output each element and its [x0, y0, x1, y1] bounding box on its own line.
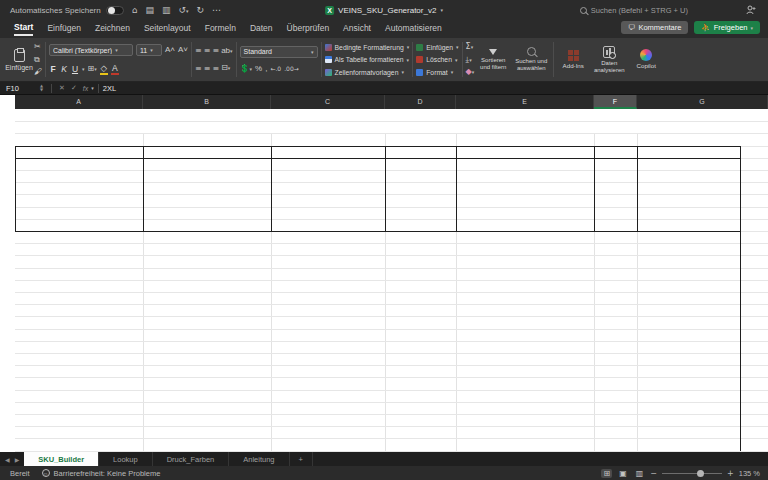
tab-daten[interactable]: Daten: [250, 23, 273, 35]
orientation-icon[interactable]: ab▾: [221, 47, 232, 55]
document-title[interactable]: X VEINS_SKU_Generator_v2 ▾: [325, 6, 443, 15]
redo-icon[interactable]: ↻: [197, 6, 205, 15]
sheet-tab-anleitung[interactable]: Anleitung: [229, 452, 289, 466]
fill-color-icon[interactable]: ◇: [100, 63, 108, 75]
sheet-tab-lookup[interactable]: Lookup: [99, 452, 153, 466]
align-right-icon[interactable]: ≡: [212, 64, 218, 73]
column-header-c[interactable]: C: [271, 95, 385, 109]
accounting-format-icon[interactable]: 💲▾: [240, 65, 253, 73]
gridline: [15, 219, 768, 220]
normal-view-icon[interactable]: ⊞: [601, 469, 612, 478]
cancel-icon[interactable]: ✕: [59, 84, 65, 92]
next-sheet-icon[interactable]: ▶: [15, 452, 25, 466]
font-color-icon[interactable]: A: [111, 63, 119, 75]
merge-center-icon[interactable]: ⊟▾: [221, 64, 230, 72]
increase-font-icon[interactable]: A˄: [165, 46, 175, 54]
zoom-slider[interactable]: [662, 473, 722, 474]
share-button[interactable]: ⛹ Freigeben ▾: [694, 21, 760, 34]
tab-ansicht[interactable]: Ansicht: [343, 23, 371, 35]
clear-icon[interactable]: ◆▾: [466, 68, 475, 76]
number-format-select[interactable]: Standard ▾: [240, 46, 318, 58]
align-center-icon[interactable]: ≡: [204, 64, 210, 73]
share-icon[interactable]: [746, 5, 756, 15]
save-icon[interactable]: ▤: [145, 6, 154, 15]
italic-button[interactable]: K: [60, 64, 68, 74]
underline-button[interactable]: U: [71, 64, 79, 74]
copy-icon[interactable]: ⧉: [34, 56, 42, 64]
increase-decimal-icon[interactable]: ←.0: [270, 66, 281, 72]
chevron-down-icon: ▾: [150, 47, 153, 53]
fx-icon[interactable]: fx: [83, 85, 88, 92]
zoom-level[interactable]: 135 %: [739, 469, 760, 478]
tab-ueberpruefen[interactable]: Überprüfen: [287, 23, 330, 35]
column-header-b[interactable]: B: [143, 95, 271, 109]
add-sheet-button[interactable]: +: [290, 452, 313, 466]
undo-icon[interactable]: ↺▾: [178, 6, 188, 15]
page-layout-view-icon[interactable]: ▣: [617, 469, 629, 478]
column-header-e[interactable]: E: [456, 95, 594, 109]
table-border: [15, 231, 740, 232]
home-icon[interactable]: ⌂: [132, 6, 138, 15]
column-header-g[interactable]: G: [637, 95, 768, 109]
name-box[interactable]: F10: [0, 84, 40, 93]
accessibility-status[interactable]: Barrierefreiheit: Keine Probleme: [54, 469, 161, 478]
fill-icon[interactable]: ⤓▾: [466, 56, 475, 64]
zoom-slider-handle[interactable]: [697, 470, 704, 477]
find-select-button[interactable]: Suchen und auswählen: [512, 38, 550, 81]
tab-automatisieren[interactable]: Automatisieren: [385, 23, 442, 35]
format-cells-button[interactable]: Format ▾: [416, 69, 458, 76]
column-header-a[interactable]: A: [15, 95, 143, 109]
align-bottom-icon[interactable]: ≡: [212, 46, 218, 55]
page-break-view-icon[interactable]: ▥: [634, 469, 646, 478]
align-middle-icon[interactable]: ≡: [204, 46, 210, 55]
analyze-data-button[interactable]: Daten analysieren: [589, 38, 629, 81]
percent-icon[interactable]: %: [255, 65, 262, 73]
tab-einfuegen[interactable]: Einfügen: [47, 23, 81, 35]
comma-icon[interactable]: ,: [265, 65, 267, 73]
font-name-select[interactable]: Calibri (Textkörper) ▾: [49, 44, 133, 56]
cut-icon[interactable]: ✂: [34, 43, 42, 51]
sheet-tab-druck-farben[interactable]: Druck_Farben: [153, 452, 230, 466]
align-left-icon[interactable]: ≡: [195, 64, 201, 73]
align-top-icon[interactable]: ≡: [195, 46, 201, 55]
decrease-decimal-icon[interactable]: .00→: [284, 66, 299, 72]
tab-formeln[interactable]: Formeln: [205, 23, 236, 35]
prev-sheet-icon[interactable]: ◀: [0, 452, 15, 466]
name-box-stepper[interactable]: ▲▼: [40, 84, 43, 92]
share-person-icon: ⛹: [701, 23, 710, 32]
cell-styles-button[interactable]: Zellenformatvorlagen ▾: [325, 69, 410, 76]
font-size-select[interactable]: 11 ▾: [136, 44, 162, 56]
more-icon[interactable]: ⋯: [212, 6, 221, 15]
conditional-formatting-button[interactable]: Bedingte Formatierung ▾: [325, 44, 410, 51]
toggle-knob: [108, 7, 115, 14]
tab-start[interactable]: Start: [14, 22, 33, 36]
comments-button[interactable]: 🗩 Kommentare: [621, 21, 688, 34]
gridline: [15, 426, 768, 427]
format-painter-icon[interactable]: 🖌: [34, 68, 42, 76]
borders-icon[interactable]: ⊞▾: [88, 65, 97, 73]
insert-cells-button[interactable]: Einfügen ▾: [416, 44, 458, 51]
bold-button[interactable]: F: [49, 64, 57, 74]
save-as-icon[interactable]: ▥: [162, 6, 171, 15]
tab-zeichnen[interactable]: Zeichnen: [95, 23, 130, 35]
formula-input[interactable]: 2XL: [103, 84, 116, 93]
enter-icon[interactable]: ✓: [71, 84, 77, 92]
spreadsheet-grid[interactable]: ABCDEFG: [0, 95, 768, 452]
zoom-in-icon[interactable]: +: [727, 469, 734, 478]
column-header-f[interactable]: F: [594, 95, 637, 109]
search-input[interactable]: Suchen (Befehl + STRG + U): [580, 6, 688, 15]
paste-button[interactable]: Einfügen: [4, 38, 34, 81]
zoom-out-icon[interactable]: −: [650, 469, 657, 478]
copilot-button[interactable]: Copilot: [629, 38, 663, 81]
format-as-table-button[interactable]: Als Tabelle formatieren ▾: [325, 56, 410, 63]
sort-filter-button[interactable]: Sortieren und filtern: [474, 38, 512, 81]
delete-cells-button[interactable]: Löschen ▾: [416, 56, 458, 63]
sheet-tab-sku-builder[interactable]: SKU_Builder: [24, 452, 99, 466]
tab-seitenlayout[interactable]: Seitenlayout: [144, 23, 191, 35]
autosum-icon[interactable]: Σ▾: [466, 43, 475, 51]
decrease-font-icon[interactable]: A˅: [178, 46, 188, 54]
autosave-toggle[interactable]: [106, 6, 124, 15]
clipboard-icon: [14, 49, 25, 62]
addins-button[interactable]: Add-Ins: [557, 38, 589, 81]
column-header-d[interactable]: D: [385, 95, 456, 109]
